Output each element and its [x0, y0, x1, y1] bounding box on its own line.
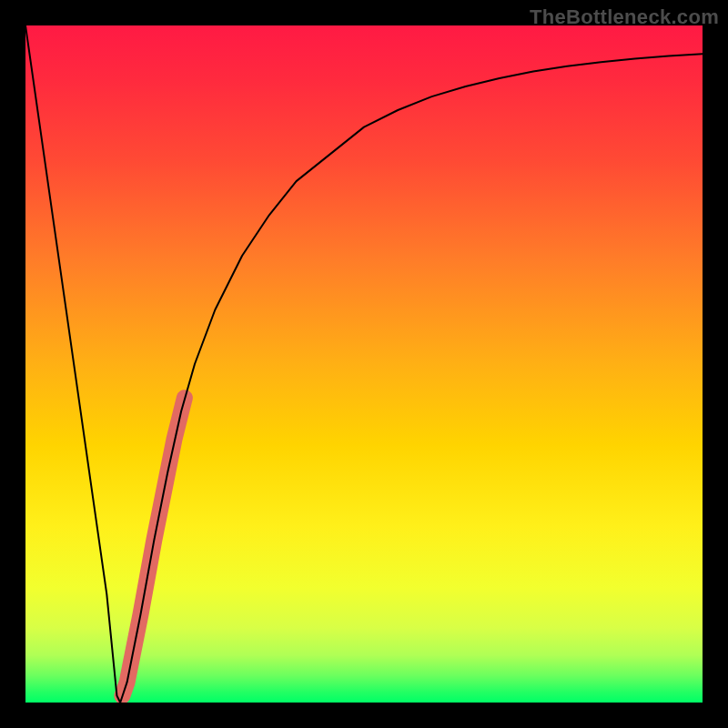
chart-area — [25, 25, 703, 703]
watermark-label: TheBottleneck.com — [530, 5, 719, 29]
chart-canvas — [25, 25, 703, 703]
